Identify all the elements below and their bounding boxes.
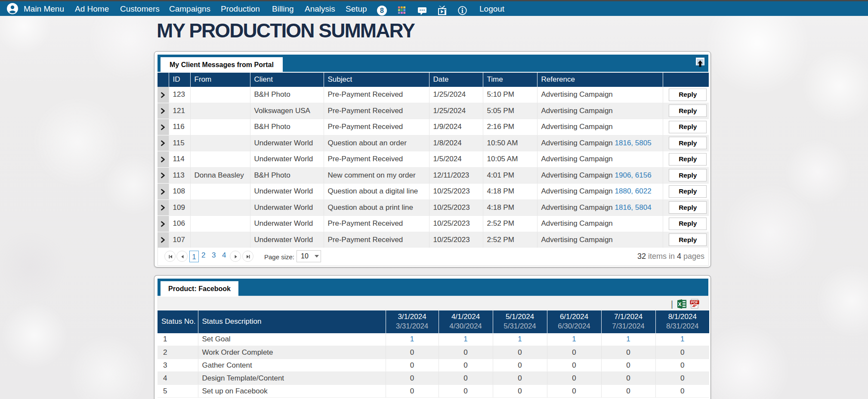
svg-text:X: X [678, 301, 681, 307]
svg-text:PDF: PDF [691, 300, 698, 304]
svg-text:8: 8 [380, 7, 384, 14]
